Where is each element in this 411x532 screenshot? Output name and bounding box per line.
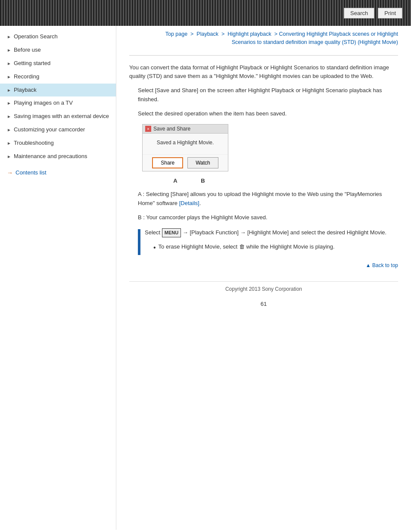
dialog-buttons: Share Watch: [143, 154, 228, 171]
section-note: Select MENU → [Playback Function] → [Hig…: [138, 227, 398, 256]
header-bar: Search Print: [0, 0, 411, 26]
arrow-icon: ►: [7, 127, 11, 133]
sidebar-item-playing-images[interactable]: ► Playing images on a TV: [0, 96, 116, 110]
sidebar-item-operation-search[interactable]: ► Operation Search: [0, 30, 116, 44]
step1-text: Select [Save and Share] on the screen af…: [138, 86, 398, 104]
step2-text: Select the desired operation when the it…: [138, 109, 398, 118]
breadcrumb-playback[interactable]: Playback: [196, 31, 218, 37]
label-a-desc: A : Selecting [Share] allows you to uplo…: [138, 190, 398, 208]
contents-list-label[interactable]: Contents list: [16, 169, 47, 176]
arrow-icon: ►: [7, 100, 11, 106]
playback-function: [Playback Function]: [190, 229, 238, 236]
arrow-icon: ►: [7, 34, 11, 40]
arrow-icon: ►: [7, 87, 11, 93]
breadcrumb-highlight-playback[interactable]: Highlight playback: [227, 31, 271, 37]
breadcrumb: Top page > Playback > Highlight playback…: [129, 30, 398, 47]
divider: [129, 55, 398, 56]
trash-icon: 🗑: [239, 243, 245, 251]
dialog-body: Saved a Highlight Movie.: [143, 134, 228, 150]
sidebar-label: Troubleshooting: [14, 140, 54, 147]
sidebar-item-recording[interactable]: ► Recording: [0, 70, 116, 84]
highlight-movie: [Highlight Movie]: [247, 229, 289, 236]
ab-labels: A B: [164, 177, 398, 184]
sidebar-label: Recording: [14, 73, 39, 81]
arrow1: →: [183, 229, 190, 236]
content-area: Top page > Playback > Highlight playback…: [116, 26, 411, 530]
sidebar-item-playback[interactable]: ► Playback: [0, 84, 116, 97]
sidebar-item-maintenance[interactable]: ► Maintenance and precautions: [0, 150, 116, 163]
contents-list-link[interactable]: → Contents list: [0, 165, 116, 180]
dialog-title: Save and Share: [153, 126, 190, 132]
label-b: B: [191, 177, 215, 184]
sidebar-label: Playback: [14, 87, 37, 94]
label-a: A: [164, 177, 187, 184]
back-to-top: ▲ Back to top: [129, 262, 398, 268]
note-end: and select the desired Highlight Movie.: [290, 229, 386, 236]
page-number: 61: [129, 301, 398, 307]
sidebar-label: Customizing your camcorder: [14, 126, 85, 134]
arrow-icon: ►: [7, 47, 11, 53]
dialog-screenshot: × Save and Share Saved a Highlight Movie…: [142, 124, 228, 171]
sidebar-item-troubleshooting[interactable]: ► Troubleshooting: [0, 137, 116, 150]
bullet-text: To erase Highlight Movie, select 🗑 while…: [159, 243, 335, 251]
bullet-item: • To erase Highlight Movie, select 🗑 whi…: [153, 243, 398, 253]
sidebar-label: Operation Search: [14, 33, 58, 40]
note-select: Select: [145, 229, 160, 236]
sidebar-item-getting-started[interactable]: ► Getting started: [0, 57, 116, 70]
page-footer: Copyright 2013 Sony Corporation: [129, 281, 398, 292]
arrow2: →: [240, 229, 247, 236]
breadcrumb-current-line1[interactable]: Converting Highlight Playback scenes or …: [279, 31, 398, 37]
arrow-icon: ►: [7, 140, 11, 146]
details-link[interactable]: [Details]: [179, 200, 199, 206]
sidebar: ► Operation Search ► Before use ► Gettin…: [0, 26, 116, 530]
note-text: Select MENU → [Playback Function] → [Hig…: [145, 228, 398, 238]
breadcrumb-current-line2[interactable]: Scenarios to standard definition image q…: [232, 39, 398, 45]
label-b-desc-text: : Your camcorder plays the Highlight Mov…: [143, 214, 267, 221]
sidebar-item-saving-images[interactable]: ► Saving images with an external device: [0, 110, 116, 123]
menu-button-label: MENU: [162, 228, 181, 238]
label-a-desc-text: : Selecting [Share] allows you to upload…: [138, 191, 382, 206]
arrow-right-icon: →: [7, 169, 13, 176]
sidebar-label: Getting started: [14, 60, 50, 67]
label-a-ref: A: [138, 191, 141, 197]
sidebar-label: Maintenance and precautions: [14, 153, 87, 160]
intro-text: You can convert the data format of Highl…: [129, 63, 398, 81]
arrow-icon: ►: [7, 74, 11, 80]
back-to-top-link[interactable]: ▲ Back to top: [366, 262, 398, 268]
label-b-ref: B: [138, 214, 142, 221]
sidebar-label: Saving images with an external device: [14, 113, 109, 120]
dialog-close-button[interactable]: ×: [145, 126, 151, 132]
arrow-icon: ►: [7, 154, 11, 159]
label-b-desc: B : Your camcorder plays the Highlight M…: [138, 213, 398, 222]
breadcrumb-top-page[interactable]: Top page: [165, 31, 187, 37]
copyright-text: Copyright 2013 Sony Corporation: [225, 286, 302, 292]
bullet-dot: •: [153, 243, 156, 253]
search-button[interactable]: Search: [344, 8, 374, 19]
blue-bar-accent: [138, 229, 140, 255]
sidebar-label: Before use: [14, 47, 41, 54]
dialog-title-bar: × Save and Share: [143, 124, 228, 134]
sidebar-item-customizing[interactable]: ► Customizing your camcorder: [0, 123, 116, 137]
arrow-icon: ►: [7, 114, 11, 119]
note-content: Select MENU → [Playback Function] → [Hig…: [145, 227, 398, 256]
main-layout: ► Operation Search ► Before use ► Gettin…: [0, 26, 411, 530]
sidebar-item-before-use[interactable]: ► Before use: [0, 44, 116, 57]
dialog-saved-text: Saved a Highlight Movie.: [157, 140, 214, 146]
dialog-watch-button[interactable]: Watch: [187, 157, 218, 168]
dialog-share-button[interactable]: Share: [152, 157, 183, 168]
arrow-icon: ►: [7, 61, 11, 66]
print-button[interactable]: Print: [378, 8, 402, 19]
sidebar-label: Playing images on a TV: [14, 100, 73, 107]
